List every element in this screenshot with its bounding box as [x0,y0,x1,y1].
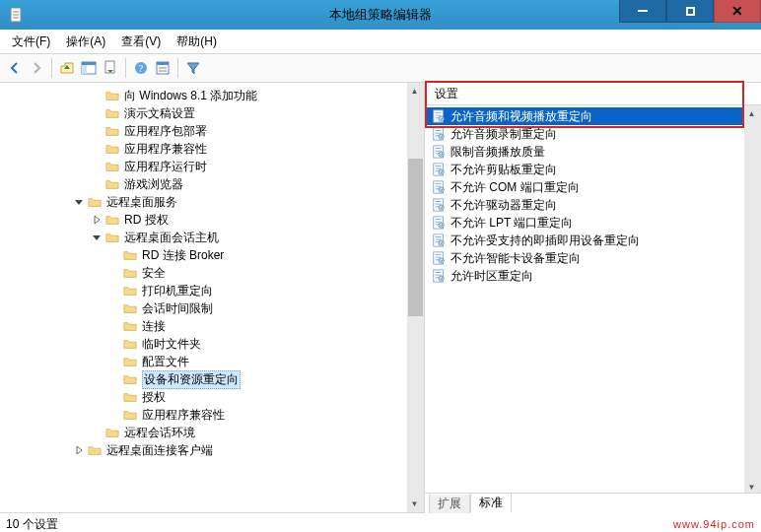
tree-toggle-icon[interactable] [89,233,104,242]
tree-node-label: 游戏浏览器 [124,176,183,193]
tree-node[interactable]: 打印机重定向 [0,282,407,299]
tree-node-label: 演示文稿设置 [124,105,195,122]
tree-node[interactable]: 会话时间限制 [0,299,407,317]
list-item[interactable]: 允许时区重定向 [425,267,744,285]
tab-standard[interactable]: 标准 [470,493,512,512]
tree-node[interactable]: 连接 [0,317,407,335]
toolbar: ? [0,54,761,83]
tree-node[interactable]: 远程会话环境 [0,424,407,441]
list-vertical-scrollbar[interactable]: ▲ ▼ [744,105,761,496]
folder-icon [122,283,138,299]
filter-button[interactable] [182,57,204,79]
folder-icon [104,230,120,245]
tree-node-label: 向 Windows 8.1 添加功能 [124,88,257,104]
menu-file[interactable]: 文件(F) [4,31,58,53]
tree-node[interactable]: 授权 [0,388,407,406]
list-item[interactable]: 限制音频播放质量 [425,143,744,161]
status-text: 10 个设置 [6,516,58,533]
tree-node-label: 远程桌面连接客户端 [106,442,213,459]
folder-icon [122,354,138,369]
up-button[interactable] [56,57,78,79]
window-titlebar: 本地组策略编辑器 ✕ [0,0,761,30]
menu-bar: 文件(F) 操作(A) 查看(V) 帮助(H) [0,30,761,54]
tab-extended[interactable]: 扩展 [429,495,470,513]
tree-node[interactable]: 应用程序包部署 [0,122,407,140]
policy-icon [431,216,447,230]
tree-node[interactable]: 向 Windows 8.1 添加功能 [0,87,407,104]
list-panel: 设置 允许音频和视频播放重定向允许音频录制重定向限制音频播放质量不允许剪贴板重定… [425,83,761,512]
tree-node-label: 连接 [142,318,166,335]
policy-icon [431,109,447,123]
export-button[interactable] [100,57,121,79]
tree-node[interactable]: RD 连接 Broker [0,246,407,264]
list-item[interactable]: 不允许智能卡设备重定向 [425,249,744,267]
list-item[interactable]: 不允许剪贴板重定向 [425,161,744,178]
folder-icon [87,442,103,458]
tree-node[interactable]: 远程桌面会话主机 [0,229,407,246]
tree-toggle-icon[interactable] [71,197,87,207]
watermark: www.94ip.com [673,518,755,530]
close-button[interactable]: ✕ [714,0,761,23]
forward-button[interactable] [26,57,47,79]
tree-node[interactable]: 临时文件夹 [0,335,407,353]
tree-node[interactable]: RD 授权 [0,211,407,229]
tree-node[interactable]: 远程桌面服务 [0,193,407,211]
tree-node-label: RD 连接 Broker [142,247,224,264]
policy-icon [431,145,447,159]
policy-icon [431,251,447,265]
tree-node[interactable]: 远程桌面连接客户端 [0,441,407,459]
tree-node[interactable]: 演示文稿设置 [0,104,407,122]
menu-help[interactable]: 帮助(H) [169,31,225,53]
tree-node[interactable]: 应用程序兼容性 [0,140,407,158]
folder-icon [122,336,138,352]
list-item-label: 允许音频和视频播放重定向 [450,108,592,125]
tree-node-label: 配置文件 [142,354,189,370]
list-item[interactable]: 不允许 COM 端口重定向 [425,178,744,196]
tree-node-label: 临时文件夹 [142,336,201,353]
policy-icon [431,198,447,212]
list-item-label: 不允许智能卡设备重定向 [450,250,581,267]
list-item[interactable]: 不允许驱动器重定向 [425,196,744,214]
tree-toggle-icon[interactable] [89,215,104,225]
menu-view[interactable]: 查看(V) [113,31,169,53]
tree-toggle-icon[interactable] [71,445,87,455]
folder-icon [104,123,120,139]
folder-icon [122,265,138,281]
status-bar: 10 个设置 www.94ip.com [0,513,761,532]
list-item-label: 不允许剪贴板重定向 [450,162,557,178]
menu-action[interactable]: 操作(A) [58,31,113,53]
list-column-header[interactable]: 设置 [425,83,761,105]
tree-node[interactable]: 安全 [0,264,407,282]
folder-icon [87,194,103,210]
tree-vertical-scrollbar[interactable]: ▲ ▼ [407,83,424,512]
show-hide-tree-button[interactable] [78,57,100,79]
tree-node[interactable]: 应用程序运行时 [0,158,407,175]
folder-icon [104,176,120,192]
help-button[interactable]: ? [130,57,152,79]
list-item[interactable]: 允许音频和视频播放重定向 [425,107,744,125]
tree-node[interactable]: 游戏浏览器 [0,175,407,193]
list-item[interactable]: 允许音频录制重定向 [425,125,744,143]
tree-node-label: 会话时间限制 [142,300,213,317]
folder-icon [104,105,120,121]
maximize-button[interactable] [666,0,714,23]
properties-button[interactable] [152,57,173,79]
tree-panel: 向 Windows 8.1 添加功能演示文稿设置应用程序包部署应用程序兼容性应用… [0,83,425,512]
tree-node[interactable]: 设备和资源重定向 [0,370,407,388]
tree-node[interactable]: 配置文件 [0,353,407,370]
svg-rect-11 [157,62,169,65]
app-icon [8,7,24,23]
minimize-button[interactable] [619,0,666,23]
tree-node[interactable]: 应用程序兼容性 [0,406,407,424]
list-item-label: 不允许 LPT 端口重定向 [450,215,573,232]
svg-rect-5 [82,62,96,65]
policy-icon [431,269,447,283]
list-item[interactable]: 不允许 LPT 端口重定向 [425,214,744,232]
list-item-label: 允许时区重定向 [450,268,533,285]
list-item[interactable]: 不允许受支持的即插即用设备重定向 [425,232,744,249]
svg-rect-6 [82,65,87,74]
back-button[interactable] [4,57,26,79]
policy-icon [431,233,447,247]
tree-node-label: 打印机重定向 [142,283,213,299]
tree-node-label: 远程会话环境 [124,425,195,441]
